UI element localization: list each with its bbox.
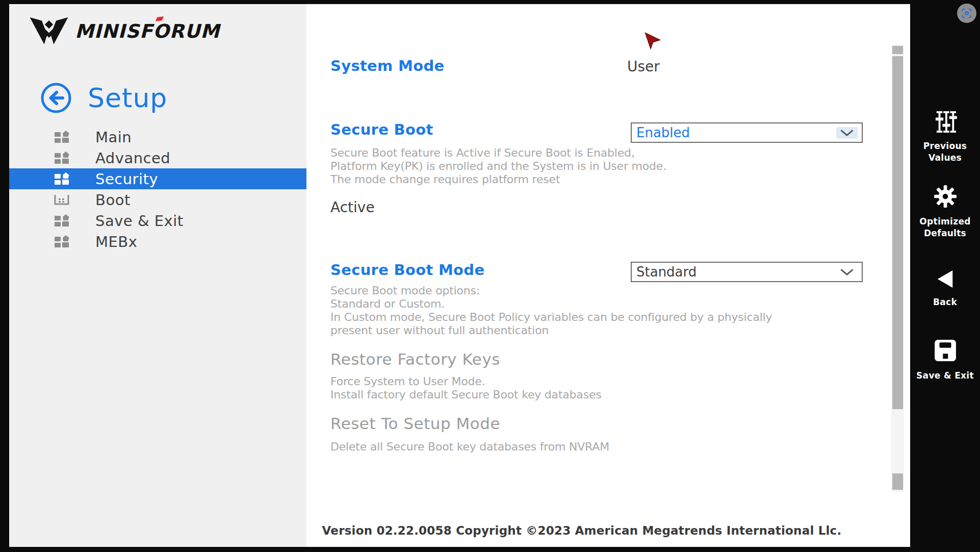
brand-name: MINISFORUM: [75, 20, 220, 42]
back-button[interactable]: Back: [910, 269, 980, 308]
back-icon: [935, 269, 956, 289]
sidebar-item-mebx[interactable]: MEBx: [9, 231, 306, 252]
action-label: Save & Exit: [916, 370, 974, 382]
optimized-defaults-button[interactable]: Optimized Defaults: [910, 185, 980, 239]
sidebar-item-label: Boot: [95, 191, 131, 209]
secure-boot-mode-select-value: Standard: [636, 264, 697, 280]
chevron-down-icon: [836, 127, 858, 139]
page-title: Setup: [88, 83, 167, 113]
dashboard-icon: [54, 152, 70, 165]
sidebar-item-security[interactable]: Security: [9, 168, 306, 189]
action-bar: Previous Values: [910, 0, 980, 552]
previous-values-button[interactable]: Previous Values: [910, 111, 980, 164]
sidebar-menu: Main Advanced Security Boot: [9, 127, 306, 252]
sliders-icon: [934, 111, 957, 133]
secure-boot-label: Secure Boot: [330, 121, 433, 138]
brand-logo: MINISFORUM: [28, 15, 220, 47]
sidebar-item-label: Advanced: [95, 149, 170, 167]
dashboard-icon: [54, 235, 70, 248]
version-footer: Version 02.22.0058 Copyright ©2023 Ameri…: [306, 524, 857, 537]
back-circle-icon[interactable]: [40, 82, 72, 114]
chevron-down-icon: [836, 266, 858, 278]
sidebar-item-label: Main: [95, 129, 132, 146]
secure-boot-mode-label: Secure Boot Mode: [330, 261, 484, 279]
action-label: Optimized Defaults: [915, 216, 975, 239]
secure-boot-status: Active: [330, 199, 375, 216]
sidebar-item-label: MEBx: [95, 233, 137, 250]
sidebar-item-advanced[interactable]: Advanced: [9, 147, 306, 168]
dashboard-icon: [54, 214, 70, 228]
restore-factory-keys-description: Force System to User Mode. Install facto…: [330, 375, 602, 402]
action-label: Previous Values: [915, 140, 975, 164]
secure-boot-description: Secure Boot feature is Active if Secure …: [330, 146, 666, 186]
action-label: Back: [933, 296, 957, 308]
secure-boot-select-value: Enabled: [636, 125, 690, 140]
minisforum-logo-icon: [28, 15, 70, 47]
bios-setup-screen: MINISFORUM Setup Main: [0, 0, 980, 552]
secure-boot-mode-description: Secure Boot mode options: Standard or Cu…: [330, 284, 772, 337]
reset-to-setup-mode-item[interactable]: Reset To Setup Mode: [330, 414, 500, 433]
system-mode-value: User: [627, 58, 660, 75]
scroll-down-button[interactable]: [892, 473, 903, 490]
sidebar-item-boot[interactable]: Boot: [9, 189, 306, 210]
sidebar-item-label: Save & Exit: [95, 212, 184, 230]
sidebar-item-main[interactable]: Main: [9, 127, 306, 147]
dashboard-icon: [54, 131, 70, 144]
sidebar-item-label: Security: [95, 170, 158, 188]
floppy-icon: [934, 339, 957, 362]
gear-icon: [934, 185, 957, 208]
scrollbar-thumb[interactable]: [892, 56, 903, 409]
secure-boot-mode-select[interactable]: Standard: [631, 262, 863, 282]
dashboard-icon: [54, 172, 70, 186]
system-mode-label: System Mode: [330, 57, 444, 74]
screenshot-button[interactable]: [957, 4, 976, 23]
save-exit-button[interactable]: Save & Exit: [910, 339, 980, 382]
secure-boot-select[interactable]: Enabled: [631, 122, 863, 143]
main-content: System Mode User Secure Boot Enabled Sec…: [306, 4, 910, 547]
setup-header: Setup: [40, 82, 167, 114]
mouse-cursor-icon: [643, 32, 662, 52]
reset-to-setup-mode-description: Delete all Secure Boot key databases fro…: [330, 440, 609, 454]
sidebar: MINISFORUM Setup Main: [9, 4, 306, 547]
focus-frame-icon: [961, 8, 972, 19]
sidebar-item-save-exit[interactable]: Save & Exit: [9, 210, 306, 231]
boot-icon: [54, 194, 70, 206]
restore-factory-keys-item[interactable]: Restore Factory Keys: [330, 350, 500, 368]
scroll-up-button[interactable]: [892, 46, 903, 54]
scrollbar[interactable]: [891, 45, 904, 492]
